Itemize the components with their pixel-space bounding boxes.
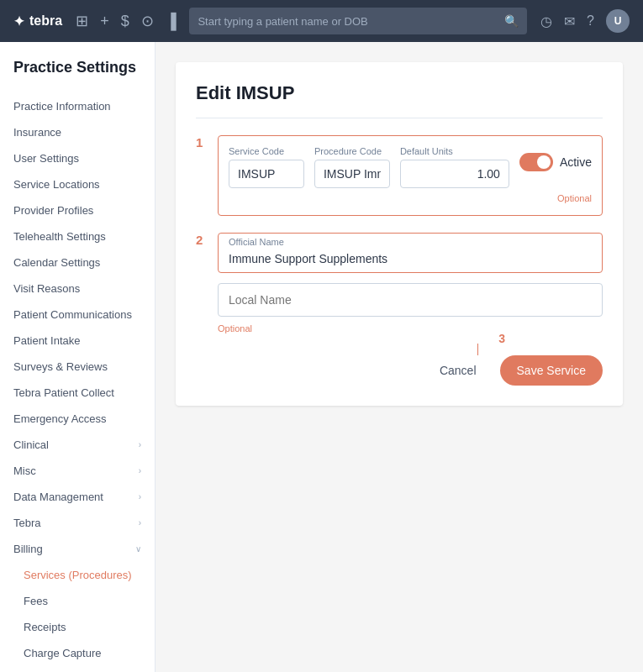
local-name-input[interactable] — [229, 293, 592, 307]
sidebar-item-data-management[interactable]: Data Management› — [0, 484, 155, 510]
sidebar-item-service-locations[interactable]: Service Locations — [0, 171, 155, 197]
action-row: 3 Cancel Save Service — [196, 355, 603, 386]
search-icon: 🔍 — [504, 14, 519, 28]
dollar-icon[interactable]: $ — [121, 13, 129, 30]
sidebar-item-tebra[interactable]: Tebra› — [0, 510, 155, 536]
local-name-optional-label: Optional — [218, 322, 252, 335]
chevron-right-icon: › — [139, 518, 141, 528]
sidebar-item-receipts[interactable]: Receipts — [0, 614, 155, 640]
default-units-input[interactable] — [400, 160, 509, 188]
chevron-right-icon: › — [139, 440, 141, 449]
default-units-label: Default Units — [400, 146, 509, 156]
nav-icons: ⊞ + $ ⊙ ▐ — [76, 12, 176, 30]
sidebar-item-billing[interactable]: Billing∨ — [0, 536, 155, 562]
sidebar-item-charge-capture[interactable]: Charge Capture — [0, 640, 155, 666]
sidebar-item-surveys-reviews[interactable]: Surveys & Reviews — [0, 354, 155, 380]
active-label: Active — [560, 155, 592, 169]
sidebar-item-provider-profiles[interactable]: Provider Profiles — [0, 197, 155, 223]
sidebar-item-fees[interactable]: Fees — [0, 588, 155, 614]
chevron-right-icon: › — [139, 492, 141, 501]
official-name-input[interactable] — [229, 249, 592, 269]
local-name-inner — [219, 284, 602, 316]
chart-icon[interactable]: ▐ — [166, 13, 177, 30]
sidebar-item-patient-communications[interactable]: Patient Communications — [0, 302, 155, 328]
active-toggle-wrapper: Active — [519, 146, 592, 178]
step-1-number: 1 — [196, 135, 211, 226]
sidebar-item-clinical[interactable]: Clinical› — [0, 432, 155, 458]
local-name-wrapper — [218, 283, 603, 317]
topnav-right: ◷ ✉ ? U — [540, 9, 630, 33]
sidebar-item-services-procedures[interactable]: Services (Procedures) — [0, 562, 155, 588]
step-2-number: 2 — [196, 233, 211, 335]
help-icon[interactable]: ? — [587, 13, 594, 29]
sidebar-item-practice-information[interactable]: Practice Information — [0, 93, 155, 119]
step-2-row: 2 Official Name Optional — [196, 233, 603, 335]
main-layout: Practice Settings Practice Information I… — [0, 42, 643, 672]
step-3-number: 3 — [498, 332, 505, 345]
sidebar-item-calendar-settings[interactable]: Calendar Settings — [0, 249, 155, 276]
logo-symbol: ✦ — [13, 13, 24, 29]
official-name-inner: Official Name — [219, 234, 602, 272]
step-1-row: 1 Service Code Procedure Code — [196, 135, 603, 226]
sidebar-item-insurance[interactable]: Insurance — [0, 119, 155, 145]
step-1-fields: Service Code Procedure Code Default Unit… — [218, 135, 603, 226]
sidebar-title: Practice Settings — [0, 59, 155, 93]
procedure-code-field: Procedure Code — [314, 146, 390, 188]
chevron-down-icon: ∨ — [135, 544, 141, 554]
app-name: tebra — [29, 13, 62, 29]
edit-card: Edit IMSUP 1 Service Code Procedure Code — [176, 62, 623, 406]
top-fields-inner: Service Code Procedure Code Default Unit… — [229, 146, 592, 188]
step-1-bracket: Service Code Procedure Code Default Unit… — [218, 135, 603, 216]
grid-icon[interactable]: ⊞ — [76, 12, 88, 30]
sidebar-item-tebra-patient-collect[interactable]: Tebra Patient Collect — [0, 380, 155, 406]
procedure-optional-label: Optional — [557, 192, 592, 205]
history-icon[interactable]: ◷ — [540, 13, 552, 29]
sidebar-item-user-settings[interactable]: User Settings — [0, 145, 155, 171]
service-code-label: Service Code — [229, 146, 304, 156]
save-service-button[interactable]: Save Service — [500, 355, 603, 386]
avatar[interactable]: U — [606, 9, 630, 33]
procedure-code-label: Procedure Code — [314, 146, 390, 156]
search-input[interactable] — [198, 15, 498, 28]
sidebar-item-telehealth-settings[interactable]: Telehealth Settings — [0, 223, 155, 249]
step-2-fields: Official Name Optional — [218, 233, 603, 335]
main-content: Edit IMSUP 1 Service Code Procedure Code — [155, 42, 643, 672]
sidebar-item-patient-intake[interactable]: Patient Intake — [0, 328, 155, 354]
step-3-line — [477, 344, 478, 355]
service-code-input[interactable] — [229, 160, 304, 188]
plus-icon[interactable]: + — [100, 13, 109, 30]
topnav: ✦ tebra ⊞ + $ ⊙ ▐ 🔍 ◷ ✉ ? U — [0, 0, 643, 42]
mail-icon[interactable]: ✉ — [564, 13, 575, 29]
cancel-button[interactable]: Cancel — [426, 357, 490, 384]
chevron-right-icon: › — [139, 466, 141, 475]
page-title: Edit IMSUP — [196, 82, 603, 118]
sidebar-item-visit-reasons[interactable]: Visit Reasons — [0, 276, 155, 302]
sidebar: Practice Settings Practice Information I… — [0, 42, 155, 672]
search-bar[interactable]: 🔍 — [189, 8, 527, 34]
default-units-field: Default Units — [400, 146, 509, 188]
procedure-code-input[interactable] — [314, 160, 390, 188]
official-name-wrapper: Official Name — [218, 233, 603, 273]
official-name-label: Official Name — [229, 237, 592, 247]
app-logo[interactable]: ✦ tebra — [13, 13, 62, 29]
active-toggle[interactable] — [519, 153, 553, 171]
location-icon[interactable]: ⊙ — [141, 12, 154, 30]
service-code-field: Service Code — [229, 146, 304, 188]
sidebar-item-misc[interactable]: Misc› — [0, 458, 155, 484]
sidebar-item-emergency-access[interactable]: Emergency Access — [0, 406, 155, 432]
